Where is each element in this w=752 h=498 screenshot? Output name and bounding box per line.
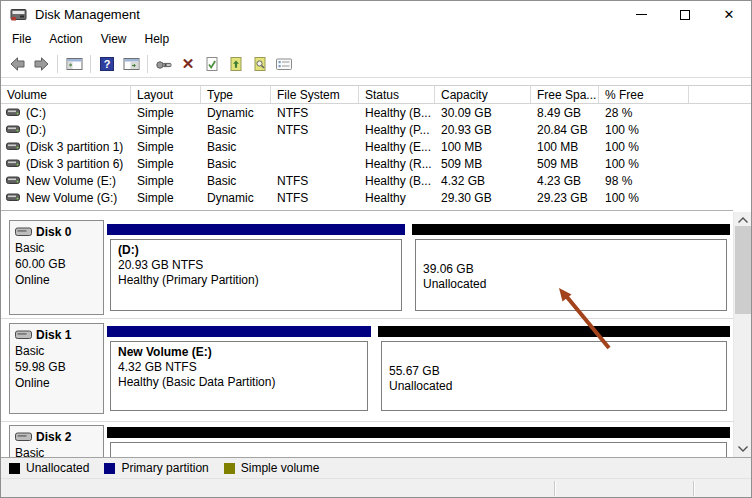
disk2-unallocated[interactable]: [107, 427, 730, 457]
column-header-type[interactable]: Type: [201, 86, 271, 103]
check-document-button[interactable]: [200, 52, 224, 75]
disk0-unallocated[interactable]: 39.06 GB Unallocated: [412, 224, 730, 311]
pct-free-cell: 100 %: [599, 123, 689, 137]
volume-name: (C:): [26, 106, 46, 120]
free-space-cell: 100 MB: [531, 140, 599, 154]
statusbar-divider: [693, 481, 695, 496]
volume-icon: [6, 176, 20, 185]
pct-free-cell: 100 %: [599, 157, 689, 171]
disk1-header[interactable]: Disk 1 Basic 59.98 GB Online: [9, 323, 104, 414]
partition-size: 20.93 GB NTFS: [118, 258, 397, 273]
capacity-cell: 100 MB: [435, 140, 531, 154]
toolbar: ? ✕: [1, 50, 751, 78]
type-cell: Dynamic: [201, 191, 271, 205]
disk-kind: Basic: [15, 445, 98, 457]
scroll-down-button[interactable]: [734, 441, 752, 457]
back-button[interactable]: [5, 52, 29, 75]
column-header-status[interactable]: Status: [359, 86, 435, 103]
table-row[interactable]: (Disk 3 partition 1) Simple Basic Health…: [1, 138, 751, 155]
properties-button[interactable]: [272, 52, 296, 75]
partition-color-band: [412, 224, 730, 235]
menu-action[interactable]: Action: [40, 29, 91, 49]
partition-status: Unallocated: [389, 379, 722, 394]
volume-icon: [6, 159, 20, 168]
table-row[interactable]: (Disk 3 partition 6) Simple Basic Health…: [1, 155, 751, 172]
file-system-cell: NTFS: [271, 106, 359, 120]
rescan-tool-button[interactable]: [152, 52, 176, 75]
disk1-partition-e[interactable]: New Volume (E:) 4.32 GB NTFS Healthy (Ba…: [107, 326, 371, 411]
volume-list-header: Volume Layout Type File System Status Ca…: [1, 86, 751, 104]
forward-button[interactable]: [29, 52, 53, 75]
rescan-tool-icon: [155, 56, 173, 72]
primary-partition-swatch: [104, 463, 115, 474]
vertical-scrollbar[interactable]: [733, 212, 751, 457]
folder-search-button[interactable]: [248, 52, 272, 75]
volume-icon: [6, 125, 20, 134]
pct-free-cell: 98 %: [599, 174, 689, 188]
app-icon: [10, 7, 27, 22]
disk0-header[interactable]: Disk 0 Basic 60.00 GB Online: [9, 220, 104, 315]
maximize-button[interactable]: [663, 1, 707, 28]
volume-icon: [6, 193, 20, 202]
free-space-cell: 20.84 GB: [531, 123, 599, 137]
folder-search-icon: [252, 56, 268, 72]
status-cell: Healthy (E...: [359, 140, 435, 154]
close-button[interactable]: ✕: [707, 1, 751, 28]
show-action-pane-button[interactable]: [119, 52, 143, 75]
folder-up-button[interactable]: [224, 52, 248, 75]
type-cell: Basic: [201, 174, 271, 188]
partition-color-band: [107, 224, 405, 235]
menu-file[interactable]: File: [3, 29, 40, 49]
help-button[interactable]: ?: [95, 52, 119, 75]
minimize-button[interactable]: [619, 1, 663, 28]
disk-row-divider: [1, 318, 733, 319]
table-row[interactable]: New Volume (E:) Simple Basic NTFS Health…: [1, 172, 751, 189]
check-document-icon: [204, 56, 220, 72]
disk1-unallocated[interactable]: 55.67 GB Unallocated: [378, 326, 730, 411]
table-row[interactable]: (D:) Simple Basic NTFS Healthy (P... 20.…: [1, 121, 751, 138]
disk-name: Disk 0: [36, 224, 71, 240]
layout-cell: Simple: [131, 191, 201, 205]
status-cell: Healthy (B...: [359, 174, 435, 188]
layout-cell: Simple: [131, 174, 201, 188]
capacity-cell: 20.93 GB: [435, 123, 531, 137]
column-header-layout[interactable]: Layout: [131, 86, 201, 103]
disk-name: Disk 1: [36, 327, 71, 343]
column-header-free-space[interactable]: Free Spa...: [531, 86, 599, 103]
file-system-cell: NTFS: [271, 191, 359, 205]
file-system-cell: NTFS: [271, 174, 359, 188]
delete-volume-button[interactable]: ✕: [176, 52, 200, 75]
free-space-cell: 29.23 GB: [531, 191, 599, 205]
table-row[interactable]: (C:) Simple Dynamic NTFS Healthy (B... 3…: [1, 104, 751, 121]
pct-free-cell: 28 %: [599, 106, 689, 120]
menu-bar: File Action View Help: [1, 28, 751, 50]
column-header-file-system[interactable]: File System: [271, 86, 359, 103]
partition-color-band: [107, 326, 371, 337]
legend-label: Unallocated: [26, 461, 89, 475]
free-space-cell: 8.49 GB: [531, 106, 599, 120]
table-row[interactable]: New Volume (G:) Simple Dynamic NTFS Heal…: [1, 189, 751, 206]
status-cell: Healthy (B...: [359, 106, 435, 120]
status-cell: Healthy (R...: [359, 157, 435, 171]
title-bar: Disk Management ✕: [1, 1, 751, 28]
disk0-partition-d[interactable]: (D:) 20.93 GB NTFS Healthy (Primary Part…: [107, 224, 405, 311]
disk2-header[interactable]: Disk 2 Basic: [9, 425, 104, 457]
folder-up-icon: [228, 56, 244, 72]
menu-help[interactable]: Help: [136, 29, 179, 49]
scrollbar-thumb[interactable]: [735, 226, 751, 314]
layout-cell: Simple: [131, 157, 201, 171]
volume-name: New Volume (E:): [26, 174, 116, 188]
status-cell: Healthy: [359, 191, 435, 205]
file-system-cell: NTFS: [271, 123, 359, 137]
partition-size: 55.67 GB: [389, 364, 722, 379]
window-title: Disk Management: [35, 7, 140, 22]
disk-icon: [15, 227, 32, 237]
column-header-capacity[interactable]: Capacity: [435, 86, 531, 103]
column-header-volume[interactable]: Volume: [1, 86, 131, 103]
volume-icon: [6, 142, 20, 151]
menu-view[interactable]: View: [92, 29, 136, 49]
disk-icon: [15, 432, 32, 442]
show-console-tree-button[interactable]: [62, 52, 86, 75]
properties-icon: [275, 56, 293, 72]
column-header-pct-free[interactable]: % Free: [599, 86, 689, 103]
